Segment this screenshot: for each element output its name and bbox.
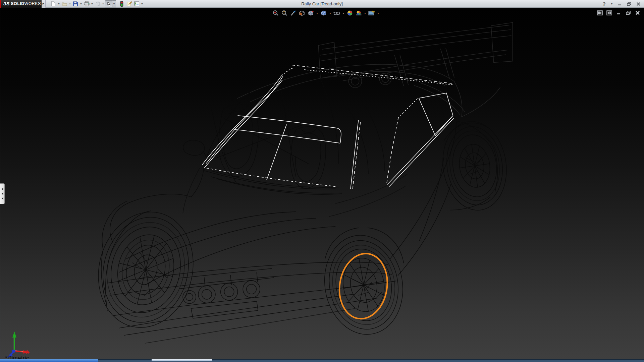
options-checklist-icon[interactable] <box>133 0 140 7</box>
taskbar-accent-segment <box>0 359 98 362</box>
new-document-dropdown[interactable]: ▼ <box>57 0 61 7</box>
collapse-arrow-icon <box>2 188 3 190</box>
logo-accent-strip <box>0 0 1 8</box>
apply-scene-icon[interactable] <box>355 9 362 17</box>
display-style-icon[interactable] <box>320 9 327 17</box>
view-orientation-icon[interactable] <box>307 9 314 17</box>
new-document-icon[interactable] <box>50 0 57 7</box>
hide-show-items-icon[interactable] <box>333 9 340 17</box>
tile-left-pane-icon[interactable] <box>597 10 603 15</box>
document-window-controls <box>597 10 641 15</box>
close-document-button[interactable] <box>634 10 641 15</box>
reference-triad <box>3 329 33 359</box>
view-orientation-label: *Dimetric <box>5 355 29 359</box>
minimize-button[interactable] <box>616 1 623 7</box>
close-button[interactable] <box>635 1 641 7</box>
edit-appearance-icon[interactable] <box>346 9 354 17</box>
solidworks-window: ЗS SOLIDWORKS ▶ ▼ ▼ <box>0 0 644 362</box>
undo-dropdown[interactable]: ▼ <box>101 0 105 7</box>
view-orientation-dropdown[interactable]: ▼ <box>316 12 319 14</box>
view-settings-icon[interactable] <box>368 9 375 17</box>
hide-show-items-dropdown[interactable]: ▼ <box>342 12 345 14</box>
taskbar-light-segment <box>152 359 212 361</box>
graphics-viewport[interactable]: ▼ ▼ ▼ <box>0 8 644 359</box>
select-dropdown[interactable]: ▼ <box>112 0 116 7</box>
help-icon[interactable]: ? <box>601 1 607 7</box>
taskbar-edge <box>0 359 644 362</box>
triad-x-axis <box>14 350 30 354</box>
undo-icon[interactable] <box>94 0 101 7</box>
minimize-document-button[interactable] <box>615 10 622 15</box>
titlebar: ЗS SOLIDWORKS ▶ ▼ ▼ <box>0 0 644 8</box>
menu-expand-arrow[interactable]: ▶ <box>42 0 46 8</box>
logo-text-works: WORKS <box>24 1 41 6</box>
tile-right-pane-icon[interactable] <box>606 10 612 15</box>
help-dropdown[interactable]: ▼ <box>610 1 613 7</box>
collapse-arrow-icon <box>2 192 3 195</box>
print-dropdown[interactable]: ▼ <box>90 0 94 7</box>
save-icon[interactable] <box>72 0 79 7</box>
rally-car-wireframe <box>0 8 644 359</box>
featuremanager-collapse-tab[interactable] <box>0 183 5 204</box>
previous-view-icon[interactable] <box>289 9 297 17</box>
display-style-dropdown[interactable]: ▼ <box>329 12 332 14</box>
solidworks-logo: ЗS SOLIDWORKS <box>0 0 42 8</box>
open-document-dropdown[interactable]: ▼ <box>68 0 72 7</box>
rebuild-traffic-light-icon[interactable] <box>118 0 125 7</box>
selected-edges-highlight <box>202 65 454 190</box>
triad-y-axis <box>12 331 16 351</box>
headsup-view-toolbar: ▼ ▼ ▼ <box>272 9 380 17</box>
zoom-to-area-icon[interactable] <box>281 9 288 17</box>
view-settings-dropdown[interactable]: ▼ <box>377 12 380 14</box>
file-properties-icon[interactable] <box>125 0 133 7</box>
restore-button[interactable] <box>626 1 632 7</box>
apply-scene-dropdown[interactable]: ▼ <box>364 12 367 14</box>
section-view-icon[interactable] <box>298 9 306 17</box>
zoom-to-fit-icon[interactable] <box>272 9 279 17</box>
print-icon[interactable] <box>83 0 90 7</box>
select-cursor-icon[interactable] <box>105 0 112 7</box>
logo-text-solid: SOLID <box>11 1 24 6</box>
collapse-arrow-icon <box>2 197 3 200</box>
restore-document-button[interactable] <box>625 10 631 15</box>
open-document-icon[interactable] <box>61 0 68 7</box>
solidworks-logo-mark: ЗS <box>3 1 9 6</box>
options-dropdown[interactable]: ▼ <box>140 0 144 7</box>
save-dropdown[interactable]: ▼ <box>79 0 83 7</box>
